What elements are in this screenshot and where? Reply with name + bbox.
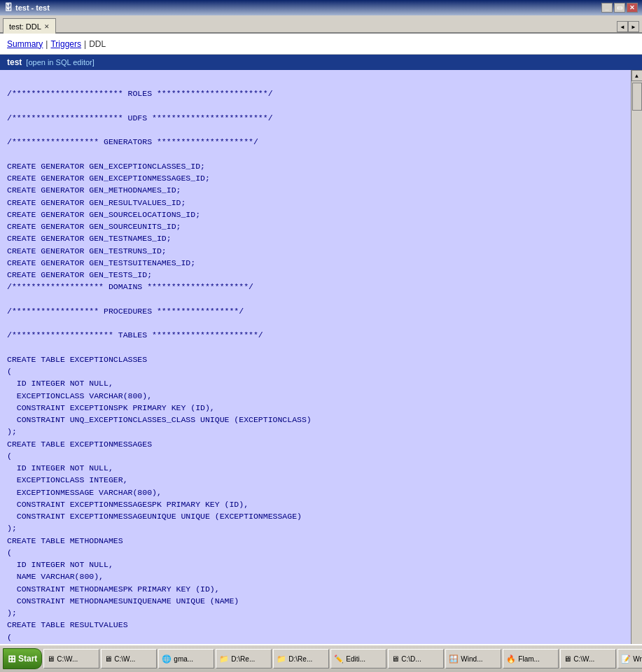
taskbar-btn-4[interactable]: 📁 D:\Re... xyxy=(216,649,272,668)
title-bar-title: 🗄 test - test xyxy=(4,3,50,13)
tab-ddl[interactable]: test: DDL ✕ xyxy=(3,18,56,34)
tb-label-6: Editi... xyxy=(346,655,365,663)
ddl-text: /*********************** ROLES *********… xyxy=(7,89,312,672)
tb-icon-9: 🔥 xyxy=(506,654,516,664)
tb-icon-1: 🖥 xyxy=(47,654,55,663)
taskbar-btn-8[interactable]: 🪟 Wind... xyxy=(445,649,501,668)
tb-label-3: gma... xyxy=(174,655,193,663)
ddl-content: /*********************** ROLES *********… xyxy=(0,70,631,672)
nav-sep-1: | xyxy=(46,39,48,49)
nav-bar: Summary | Triggers | DDL xyxy=(0,34,642,55)
scroll-thumb[interactable] xyxy=(632,83,642,111)
tab-close-button[interactable]: ✕ xyxy=(44,23,50,30)
tb-icon-8: 🪟 xyxy=(449,654,459,664)
tb-label-9: Flam... xyxy=(518,655,540,663)
tb-icon-11: 📝 xyxy=(621,654,631,664)
close-button[interactable]: ✕ xyxy=(627,3,638,13)
tb-label-8: Wind... xyxy=(461,655,482,663)
vertical-scrollbar[interactable]: ▲ ▼ xyxy=(631,70,642,672)
start-label: Start xyxy=(18,654,37,664)
open-sql-editor-link[interactable]: [open in SQL editor] xyxy=(26,58,94,66)
window-title: test - test xyxy=(15,4,50,12)
taskbar-btn-6[interactable]: ✏️ Editi... xyxy=(330,649,386,668)
section-title: test xyxy=(7,57,22,67)
title-bar: 🗄 test - test _ ▭ ✕ xyxy=(0,0,642,15)
taskbar-btn-2[interactable]: 🖥 C:\W... xyxy=(101,649,157,668)
start-icon: ⊞ xyxy=(8,653,16,664)
tab-label: test: DDL xyxy=(9,22,41,31)
start-button[interactable]: ⊞ Start xyxy=(3,648,42,669)
tb-icon-10: 🖥 xyxy=(564,654,571,663)
tb-label-7: C:\D... xyxy=(401,655,421,663)
content-wrapper: /*********************** ROLES *********… xyxy=(0,70,642,672)
restore-button[interactable]: ▭ xyxy=(614,3,625,13)
tab-bar: test: DDL ✕ ◀ ▶ xyxy=(0,15,642,34)
triggers-link[interactable]: Triggers xyxy=(50,39,81,49)
taskbar-btn-11[interactable]: 📝 Write... xyxy=(617,649,642,668)
tab-scroll: ◀ ▶ xyxy=(617,21,639,32)
tb-icon-3: 🌐 xyxy=(162,654,172,664)
tb-icon-2: 🖥 xyxy=(104,654,112,663)
taskbar-btn-1[interactable]: 🖥 C:\W... xyxy=(43,649,99,668)
app-icon: 🗄 xyxy=(4,3,13,13)
section-header: test [open in SQL editor] xyxy=(0,55,642,70)
nav-sep-2: | xyxy=(84,39,86,49)
tb-label-11: Write... xyxy=(633,655,642,663)
tb-label-5: D:\Re... xyxy=(288,655,312,663)
tab-scroll-right[interactable]: ▶ xyxy=(628,21,639,32)
tb-label-1: C:\W... xyxy=(57,655,78,663)
scroll-up-button[interactable]: ▲ xyxy=(631,70,643,81)
title-bar-controls[interactable]: _ ▭ ✕ xyxy=(601,3,638,13)
tb-label-4: D:\Re... xyxy=(231,655,255,663)
taskbar-btn-5[interactable]: 📁 D:\Re... xyxy=(273,649,329,668)
tb-icon-6: ✏️ xyxy=(334,654,344,664)
tb-icon-7: 🖥 xyxy=(391,654,399,663)
taskbar-btn-3[interactable]: 🌐 gma... xyxy=(158,649,214,668)
tb-icon-5: 📁 xyxy=(277,654,286,664)
taskbar-btn-9[interactable]: 🔥 Flam... xyxy=(503,649,559,668)
tb-icon-4: 📁 xyxy=(219,654,229,664)
current-page-label: DDL xyxy=(89,39,106,49)
summary-link[interactable]: Summary xyxy=(7,39,43,49)
taskbar-btn-10[interactable]: 🖥 C:\W... xyxy=(560,649,616,668)
tb-label-2: C:\W... xyxy=(114,655,135,663)
tb-label-10: C:\W... xyxy=(573,655,594,663)
tab-scroll-left[interactable]: ◀ xyxy=(617,21,628,32)
taskbar: ⊞ Start 🖥 C:\W... 🖥 C:\W... 🌐 gma... 📁 D… xyxy=(0,644,642,672)
minimize-button[interactable]: _ xyxy=(601,3,613,13)
taskbar-btn-7[interactable]: 🖥 C:\D... xyxy=(388,649,444,668)
